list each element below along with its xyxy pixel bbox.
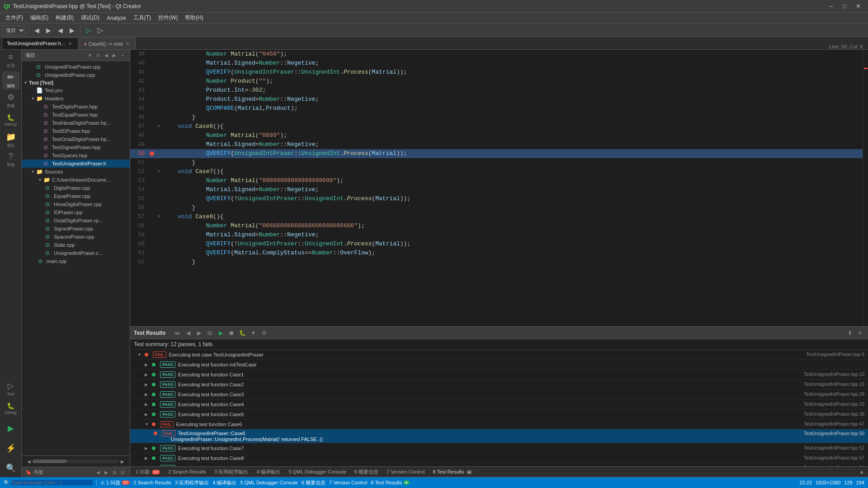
tr-arrow[interactable]: ▶	[145, 446, 150, 450]
tr-row-init[interactable]: ▶ PASS Executing test function initTestC…	[130, 360, 868, 370]
menu-controls[interactable]: 控件(W)	[155, 13, 181, 23]
tr-row-case8[interactable]: ▶ PASS Executing test function Case8 Tes…	[130, 453, 868, 463]
tr-arrow[interactable]: ▼	[145, 422, 150, 427]
scroll-left[interactable]: ◀	[25, 458, 33, 465]
bm-del[interactable]: ⊟	[119, 469, 126, 476]
bm-prev[interactable]: ◀	[94, 469, 102, 476]
test-run-btn[interactable]: ▶	[216, 328, 225, 338]
tree-item-spaces[interactable]: ⊙ SpacesPraser.cpp	[22, 233, 130, 241]
status-qml[interactable]: 5 QML Debugger Console	[240, 480, 297, 485]
tr-arrow[interactable]: ▶	[145, 456, 150, 460]
tree-item-headers[interactable]: ▼ 📁 Headers	[22, 94, 130, 103]
bp-col-50[interactable]	[148, 151, 156, 156]
status-vcs[interactable]: 7 Version Control	[329, 480, 367, 485]
left-icon-welcome[interactable]: ≡ 欢迎	[2, 52, 20, 70]
panel-close-btn[interactable]: ✕	[855, 328, 864, 338]
tr-row-testcase[interactable]: ▼ FAIL Executing test case TestUnsignedI…	[130, 350, 868, 360]
toolbar-back[interactable]: ◀	[31, 25, 42, 36]
tr-arrow[interactable]: ▶	[145, 412, 150, 417]
tr-arrow[interactable]: ▶	[145, 362, 150, 367]
bm-add[interactable]: ⊞	[111, 469, 118, 476]
tree-item-testpro[interactable]: 📄 Test.pro	[22, 86, 130, 94]
maximize-button[interactable]: □	[838, 1, 851, 11]
tr-row-case6-detail[interactable]: FAIL TestUnsignedIntPraser::Case6 TestUn…	[130, 429, 868, 443]
menu-build[interactable]: 构建(B)	[52, 13, 77, 23]
left-icon-bolt[interactable]: ⚡	[2, 439, 20, 457]
tree-item-equal[interactable]: ⊙ EqualPraser.cpp	[22, 192, 130, 200]
menu-analyze[interactable]: Analyze	[103, 14, 130, 22]
toolbar-debug[interactable]: ▷	[95, 25, 106, 36]
bottom-tab-vcs[interactable]: 7 Version Control	[383, 468, 428, 475]
tr-row-case3[interactable]: ▶ PASS Executing test function Case3 Tes…	[130, 389, 868, 399]
scroll-track[interactable]	[33, 460, 119, 463]
menu-debug[interactable]: 调试(D)	[77, 13, 103, 23]
status-compile[interactable]: 4 编译输出	[212, 479, 236, 486]
left-icon-test[interactable]: ▷ Test	[2, 380, 20, 398]
tree-item-testequal[interactable]: ⊙ TestEqualPraser.hpp	[22, 111, 130, 119]
left-icon-search[interactable]: 🔍	[2, 459, 20, 477]
tree-item-unsignedintcpp[interactable]: ⊙ UnsignedIntPraser.c...	[22, 249, 130, 257]
bottom-tab-app-output[interactable]: 3 应用程序输出	[211, 468, 252, 476]
tree-item-testspaces[interactable]: ⊙ TestSpaces.hpp	[22, 151, 130, 160]
test-expand-btn[interactable]: ⊞	[205, 328, 214, 338]
tab-test-unsigned[interactable]: TestUnsignedIntPraser.h... ✕	[2, 38, 78, 49]
toolbar-forward2[interactable]: ▶	[66, 25, 77, 36]
status-appoutput[interactable]: 3 应用程序输出	[175, 479, 209, 486]
bottom-tab-overview[interactable]: 6 概要信息	[351, 468, 382, 476]
tr-arrow[interactable]: ▶	[145, 372, 150, 377]
tree-item-state[interactable]: ⊙ State.cpp	[22, 241, 130, 249]
locate-input[interactable]	[11, 480, 93, 485]
project-selector[interactable]: 项目	[2, 25, 25, 35]
tree-item-unsignedfloat[interactable]: ⊙ UnsignedFloatPraser.cpp	[22, 63, 130, 71]
toolbar-back2[interactable]: ◀	[55, 25, 66, 36]
menu-file[interactable]: 文件(F)	[2, 13, 27, 23]
tab-case6[interactable]: ♦ Case6() -> void ✕	[79, 38, 136, 49]
toolbar-forward[interactable]: ▶	[43, 25, 54, 36]
tab-bar-up[interactable]: ▲	[857, 467, 866, 476]
minimize-button[interactable]: ─	[825, 1, 837, 11]
tree-item-userspath[interactable]: ▼ 📁 C:\Users\hasee\Docume...	[22, 176, 130, 184]
tree-item-testdigits[interactable]: ⊙ TestDigitsPraser.hpp	[22, 103, 130, 111]
tree-item-id[interactable]: ⊙ IDPraser.cpp	[22, 208, 130, 216]
bottom-tab-qml[interactable]: 5 QML Debugger Console	[285, 468, 349, 475]
tab-close-1[interactable]: ✕	[67, 40, 73, 47]
tr-row-case6[interactable]: ▼ FAIL Executing test function Case6 Tes…	[130, 419, 868, 429]
tree-item-testid[interactable]: ⊙ TestIDPraser.hpp	[22, 127, 130, 135]
panel-sync-btn[interactable]: ⟳	[94, 52, 102, 59]
status-test-results-tab[interactable]: 8 Test Results ●	[371, 480, 409, 485]
tr-arrow[interactable]: ▶	[145, 402, 150, 407]
tree-item-signed[interactable]: ⊙ SignedPraser.cpp	[22, 225, 130, 233]
panel-filter-btn[interactable]: ▼	[86, 52, 94, 59]
tr-row-case7[interactable]: ▶ PASS Executing test function Case7 Tes…	[130, 443, 868, 453]
code-editor[interactable]: 39 Number Matrial("0456"); 40 Matrial.Si…	[130, 50, 868, 326]
tree-item-testsigned[interactable]: ⊙ TestSignedPraser.hpp	[22, 143, 130, 151]
panel-expand-btn[interactable]: +	[119, 52, 126, 59]
fold-col-57[interactable]: ▼	[156, 212, 162, 221]
toolbar-run[interactable]: ▷	[83, 25, 94, 36]
bottom-tab-compile[interactable]: 4 编译输出	[253, 468, 284, 476]
menu-tools[interactable]: 工具(T)	[130, 13, 155, 23]
tree-item-sources[interactable]: ▼ 📁 Sources	[22, 168, 130, 176]
tree-item-testgroup[interactable]: ▼ Test [Test]	[22, 79, 130, 86]
test-next-btn[interactable]: ▶	[194, 328, 203, 338]
bottom-tab-problems[interactable]: 1 问题 57	[132, 468, 164, 476]
left-icon-project[interactable]: 📁 项目	[2, 131, 20, 149]
status-search[interactable]: 🔍	[4, 480, 93, 486]
bottom-tab-test-results[interactable]: 8 Test Results ●	[429, 468, 476, 475]
status-overview[interactable]: 6 概要信息	[302, 479, 326, 486]
test-prev-btn[interactable]: ◀	[184, 328, 193, 338]
tree-item-hexadigits[interactable]: ⊙ HexaDigitsPraser.cpp	[22, 200, 130, 208]
tr-arrow[interactable]: ▶	[145, 382, 150, 387]
status-problems[interactable]: ⚠ 1 问题 57	[100, 479, 130, 486]
tr-arrow[interactable]: ▼	[137, 352, 143, 357]
tr-row-case2[interactable]: ▶ PASS Executing test function Case2 Tes…	[130, 380, 868, 389]
left-icon-debug[interactable]: 🐛 Debug	[2, 111, 20, 129]
tree-item-octal[interactable]: ⊙ OctalDigitsPraser.cp...	[22, 216, 130, 225]
tree-item-testunsigned[interactable]: ⊙ TestUnsignedIntPraser.h	[22, 160, 130, 168]
tr-arrow[interactable]: ▶	[145, 392, 150, 397]
left-icon-build[interactable]: ⚙ 构建	[2, 91, 20, 109]
left-icon-debug2[interactable]: 🐛 Debug	[2, 399, 20, 418]
tree-item-testoctal[interactable]: ⊙ TestOctalDigitsPraser.hp...	[22, 135, 130, 143]
tr-row-case1[interactable]: ▶ PASS Executing test function Case1 Tes…	[130, 370, 868, 380]
fold-col-47[interactable]: ▼	[156, 122, 162, 131]
